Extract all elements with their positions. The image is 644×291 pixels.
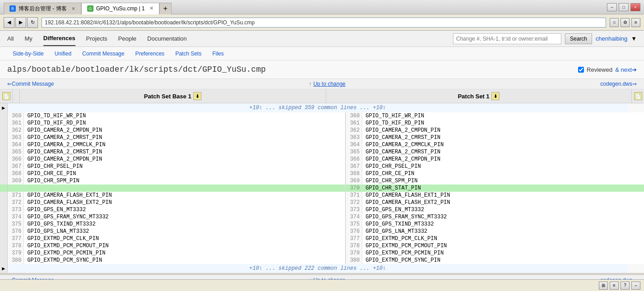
table-row: 378GPIO_EXTMD_PCM_PCMOUT_PIN378GPIO_EXTM…	[0, 242, 644, 249]
left-code: GPIO_TD_HIF_WR_PIN	[23, 112, 345, 120]
diff-skipped-bottom-table: ▶ +10↕ ... skipped 222 common lines ... …	[0, 264, 644, 273]
left-code: GPIO_CHR_CE_PIN	[23, 170, 345, 177]
right-code: GPIO_EXTMD_PCM_CLK_PIN	[362, 235, 644, 242]
commit-bar-top: ⇐Commit Message ↑ Up to change codegen.d…	[0, 79, 644, 89]
left-line-num: 372	[7, 199, 23, 206]
new-tab-button[interactable]: +	[159, 3, 172, 14]
left-line-num: 362	[7, 127, 23, 134]
patch-header-left: Patch Set Base 1 ⬇	[20, 89, 326, 103]
status-icon-grid[interactable]: ⊞	[599, 282, 608, 286]
bookmark-icon[interactable]: ☆	[610, 18, 619, 27]
nav-projects[interactable]: Projects	[86, 32, 107, 46]
nav-documentation[interactable]: Documentation	[147, 32, 187, 46]
close-button[interactable]: ×	[630, 3, 640, 11]
nav-all[interactable]: All	[7, 32, 14, 46]
up-to-change-text-top[interactable]: Up to change	[313, 81, 345, 87]
browser-tab-0[interactable]: B 博客后台管理 - 博客 ✕	[4, 3, 81, 14]
table-row: 371GPIO_CAMERA_FLASH_EXT1_PIN371GPIO_CAM…	[0, 192, 644, 199]
right-code: GPIO_CHR_STAT_PIN	[362, 185, 644, 192]
left-line-num: 365	[7, 148, 23, 156]
nav-my[interactable]: My	[24, 32, 32, 46]
left-code: GPIO_CHR_SPM_PIN	[23, 177, 345, 185]
browser-tab-1[interactable]: G GPIO_YuSu.cmp | 1 ✕	[81, 3, 159, 14]
left-line-num: 360	[7, 112, 23, 120]
forward-button[interactable]: ▶	[15, 17, 26, 28]
left-code: GPIO_TD_HIF_RD_PIN	[23, 120, 345, 127]
codegen-link-top[interactable]: codegen.dws⇒	[600, 81, 637, 87]
reviewed-text: Reviewed	[587, 66, 612, 73]
patch-left-download-icon[interactable]: ⬇	[193, 92, 201, 100]
sub-nav-files[interactable]: Files	[207, 48, 229, 60]
minimize-button[interactable]: –	[607, 3, 617, 11]
reviewed-checkbox[interactable]	[578, 67, 584, 73]
table-row: 374GPIO_GPS_FRAM_SYNC_MT3332374GPIO_GPS_…	[0, 213, 644, 221]
patch-icon-right: 📄	[634, 92, 642, 100]
sub-nav-commit-message[interactable]: Commit Message	[77, 48, 130, 60]
diff-container: 📄 Patch Set Base 1 ⬇ Patch Set 1 ⬇ 📄 ▶ +…	[0, 89, 644, 273]
right-line-num: 375	[345, 221, 362, 228]
search-input[interactable]	[453, 33, 561, 44]
expand-row-top: ▶ +10↕ ... skipped 359 common lines ... …	[0, 103, 644, 112]
left-code: GPIO_CAMERA_2_CMRST_PIN	[23, 134, 345, 141]
right-code: GPIO_EXTMD_PCM_PCMIN_PIN	[362, 249, 644, 257]
tab-close-0[interactable]: ✕	[71, 6, 75, 12]
table-row: 361GPIO_TD_HIF_RD_PIN361GPIO_TD_HIF_RD_P…	[0, 120, 644, 127]
search-button[interactable]: Search	[565, 33, 592, 44]
patch-left-label: Patch Set Base 1	[144, 93, 191, 100]
status-icon-minus[interactable]: –	[631, 282, 640, 286]
back-button[interactable]: ◀	[4, 17, 14, 28]
tab-close-1[interactable]: ✕	[149, 5, 154, 11]
left-code: GPIO_CAMERA_2_CMPDN_PIN	[23, 156, 345, 163]
reviewed-section: Reviewed & next➔	[578, 66, 637, 73]
patch-icon-left: 📄	[2, 92, 10, 100]
right-line-num: 366	[345, 156, 362, 163]
right-line-num: 379	[345, 249, 362, 257]
sub-nav-unified[interactable]: Unified	[49, 48, 77, 60]
right-line-num: 360	[345, 112, 362, 120]
left-line-num: 366	[7, 156, 23, 163]
user-name[interactable]: chenhaibing	[596, 35, 627, 42]
left-line-num: 361	[7, 120, 23, 127]
file-path: alps/bootable/bootloader/lk/scripts/dct/…	[7, 65, 266, 74]
right-line-num: 369	[345, 177, 362, 185]
patch-right-download-icon[interactable]: ⬇	[491, 92, 499, 100]
up-arrow-icon-top: ↑	[309, 81, 312, 87]
table-row: 366GPIO_CAMERA_2_CMPDN_PIN366GPIO_CAMERA…	[0, 156, 644, 163]
right-code: GPIO_CAMERA_2_CMRST_PIN	[362, 134, 644, 141]
browser-tabs: B 博客后台管理 - 博客 ✕ G GPIO_YuSu.cmp | 1 ✕ +	[4, 0, 172, 14]
settings-icon[interactable]: ⚙	[621, 18, 630, 27]
nav-differences[interactable]: Differences	[43, 31, 75, 46]
right-code: GPIO_EXTMD_PCM_SYNC_PIN	[362, 257, 644, 264]
expand-icon-top[interactable]: ▶	[0, 103, 7, 112]
left-line-num: 378	[7, 242, 23, 249]
right-code: GPIO_CAMERA_FLASH_EXT1_PIN	[362, 192, 644, 199]
left-code: GPIO_CAMERA_2_CMMCLK_PIN	[23, 141, 345, 148]
right-code: GPIO_TD_HIF_RD_PIN	[362, 120, 644, 127]
user-dropdown-icon[interactable]: ▼	[631, 35, 637, 42]
refresh-button[interactable]: ↻	[27, 17, 38, 28]
sub-nav-patch-sets[interactable]: Patch Sets	[170, 48, 207, 60]
sub-nav-preferences[interactable]: Preferences	[130, 48, 170, 60]
left-line-num: 364	[7, 141, 23, 148]
tab-label-0: 博客后台管理 - 博客	[19, 5, 67, 13]
left-code: GPIO_GPS_FRAM_SYNC_MT3332	[23, 213, 345, 221]
status-icon-help[interactable]: ?	[621, 282, 630, 286]
expand-icon-bottom[interactable]: ▶	[0, 264, 7, 273]
address-bar-container: ◀ ▶ ↻ ☆ ⚙ ≡	[0, 14, 644, 31]
menu-icon[interactable]: ≡	[631, 18, 640, 27]
status-icon-list[interactable]: ≡	[610, 282, 619, 286]
address-input[interactable]	[42, 18, 606, 28]
left-code: GPIO_GPS_EN_MT3332	[23, 206, 345, 213]
next-link[interactable]: & next➔	[615, 66, 637, 73]
sub-nav-side-by-side[interactable]: Side-by-Side	[7, 48, 49, 60]
right-code: GPIO_CAMERA_FLASH_EXT2_PIN	[362, 199, 644, 206]
maximize-button[interactable]: □	[619, 3, 629, 11]
right-code: GPIO_CAMERA_2_CMPDN_PIN	[362, 127, 644, 134]
commit-message-link-top[interactable]: ⇐Commit Message	[7, 81, 54, 87]
left-line-num: 363	[7, 134, 23, 141]
right-line-num: 376	[345, 228, 362, 235]
tab-favicon-1: G	[87, 5, 93, 12]
tab-label-1: GPIO_YuSu.cmp | 1	[96, 5, 145, 12]
nav-people[interactable]: People	[118, 32, 136, 46]
right-line-num: 367	[345, 163, 362, 170]
